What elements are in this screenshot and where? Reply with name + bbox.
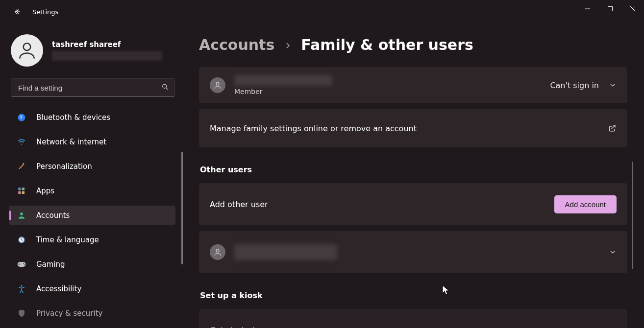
svg-point-14 [20,212,23,215]
person-icon [213,248,222,257]
sidebar-item-privacy[interactable]: Privacy & security [9,304,175,323]
window-title: Settings [32,8,58,16]
svg-point-20 [21,285,22,286]
svg-point-19 [24,264,25,265]
sidebar-item-label: Bluetooth & devices [36,113,110,122]
svg-point-22 [216,249,219,252]
breadcrumb: Accounts Family & other users [199,36,627,53]
sidebar-item-network[interactable]: Network & internet [9,132,175,152]
close-icon [630,6,636,12]
shield-icon [17,308,26,318]
sidebar-item-label: Network & internet [36,138,106,146]
chevron-right-icon [283,41,292,50]
other-user-row[interactable] [199,231,627,273]
svg-rect-9 [23,163,25,165]
member-name-redacted [234,75,332,86]
left-scroll-indicator[interactable] [181,152,183,264]
svg-rect-12 [18,191,21,194]
svg-rect-1 [608,7,613,11]
window-controls [576,0,644,20]
sidebar-item-label: Accessibility [36,284,81,293]
member-status: Can't sign in [550,81,599,90]
family-member-row[interactable]: Member Can't sign in [199,67,627,103]
bluetooth-icon [17,113,26,122]
add-account-button[interactable]: Add account [554,195,617,213]
sidebar-item-accounts[interactable]: Accounts [9,206,175,225]
svg-point-8 [21,143,22,144]
wifi-icon [17,137,26,147]
sidebar: tashreef shareef Bluetooth & devices Net… [0,29,181,328]
apps-icon [17,186,26,196]
sidebar-item-label: Time & language [36,235,99,244]
member-avatar [210,77,225,93]
minimize-icon [585,6,591,12]
add-other-user-label: Add other user [210,200,268,209]
page-title: Family & other users [301,36,473,53]
profile-email-redacted [52,51,162,61]
svg-point-7 [18,114,25,121]
svg-point-4 [24,43,31,50]
svg-point-18 [23,263,24,264]
clock-icon [17,235,26,245]
profile-block[interactable]: tashreef shareef [9,29,181,75]
sidebar-item-time[interactable]: Time & language [9,230,175,250]
right-scroll-indicator[interactable] [632,162,633,269]
section-kiosk: Set up a kiosk [200,291,627,300]
manage-family-label: Manage family settings online or remove … [210,124,417,133]
maximize-icon [607,6,613,12]
sidebar-item-accessibility[interactable]: Accessibility [9,279,175,299]
kiosk-get-started-row[interactable]: Get started [199,309,627,328]
member-role: Member [234,88,332,95]
profile-name: tashreef shareef [52,40,162,49]
svg-rect-10 [18,187,21,190]
other-user-name-redacted [234,244,337,260]
minimize-button[interactable] [576,0,599,18]
chevron-down-icon [609,81,617,89]
paintbrush-icon [17,162,26,171]
sidebar-item-bluetooth[interactable]: Bluetooth & devices [9,108,175,127]
search-input[interactable] [11,78,175,97]
search-icon [161,83,169,93]
section-other-users: Other users [200,165,627,174]
other-user-avatar [210,244,225,260]
sidebar-item-personalization[interactable]: Personalization [9,157,175,176]
person-icon [213,81,222,90]
svg-rect-13 [22,191,25,194]
add-other-user-row: Add other user Add account [199,183,627,225]
maximize-button[interactable] [599,0,621,18]
sidebar-item-label: Apps [36,187,54,195]
sidebar-item-label: Accounts [36,211,70,220]
sidebar-item-label: Gaming [36,260,65,269]
accounts-icon [17,211,26,220]
svg-rect-11 [22,187,25,190]
sidebar-item-gaming[interactable]: Gaming [9,255,175,274]
open-external-icon [608,124,617,133]
gamepad-icon [17,259,26,269]
nav-list: Bluetooth & devices Network & internet P… [9,108,175,323]
get-started-label: Get started [210,326,254,328]
svg-point-21 [216,82,219,85]
back-button[interactable] [10,4,25,20]
breadcrumb-parent[interactable]: Accounts [199,36,274,53]
sidebar-item-label: Privacy & security [36,309,102,318]
close-button[interactable] [621,0,644,18]
sidebar-item-label: Personalization [36,162,92,171]
profile-avatar [11,34,43,67]
person-icon [16,40,38,61]
svg-point-5 [163,84,167,88]
sidebar-item-apps[interactable]: Apps [9,181,175,201]
svg-line-6 [166,88,168,90]
manage-family-link[interactable]: Manage family settings online or remove … [199,109,627,147]
chevron-down-icon [609,248,617,256]
content-area: Accounts Family & other users Member Can… [181,29,634,328]
titlebar: Settings [0,0,644,23]
accessibility-icon [17,284,26,294]
